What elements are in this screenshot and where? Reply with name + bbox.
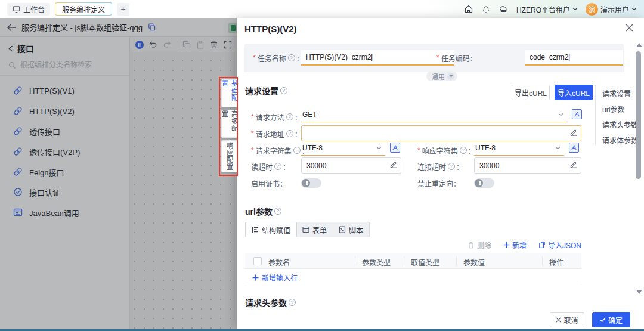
col-value-type: 取值类型 <box>411 257 439 267</box>
chevron-down-icon <box>447 73 454 80</box>
variable-icon[interactable] <box>569 143 579 153</box>
table-icon <box>302 226 309 233</box>
select-all-checkbox[interactable] <box>253 257 262 265</box>
url-params-title: url参数? <box>245 205 283 217</box>
cancel-button[interactable]: 取消 <box>550 312 584 327</box>
request-url-label: *请求地址?： <box>251 129 302 138</box>
help-icon[interactable]: ? <box>448 163 455 170</box>
tab-basic-config[interactable]: 基础配置 <box>221 79 237 107</box>
import-curl-button[interactable]: 导入cURL <box>555 85 593 100</box>
delete-rows-button[interactable]: 删除 <box>467 240 491 250</box>
close-icon <box>556 317 561 323</box>
add-tab-button[interactable]: + <box>117 3 129 16</box>
table-actions: 删除 新增 导入JSON <box>467 240 581 250</box>
request-charset-select[interactable]: UTF-8 <box>301 141 385 156</box>
request-method-select[interactable]: GET <box>301 107 567 122</box>
chevron-down-icon <box>558 113 564 116</box>
background-page: 服务编排定义 - js脚本数组验证-qqg 接口 HTTP(S)(V1) HTT… <box>0 18 237 329</box>
script-icon <box>339 226 346 233</box>
enable-cert-label: 启用证书： <box>251 178 287 188</box>
tab-label: 表单 <box>312 225 327 235</box>
url-params-mode-tabs: 结构赋值 表单 脚本 <box>245 222 370 237</box>
request-url-input[interactable] <box>301 125 581 141</box>
close-icon[interactable] <box>626 24 633 32</box>
help-icon[interactable]: ? <box>280 87 287 94</box>
request-method-label: *请求方法?： <box>251 112 302 122</box>
edit-pencil-icon[interactable] <box>569 161 577 169</box>
help-icon[interactable]: ? <box>289 299 296 306</box>
tab-structure-assign[interactable]: 结构赋值 <box>246 222 296 237</box>
check-icon <box>600 317 606 323</box>
col-param-name: 参数名 <box>268 257 290 267</box>
response-charset-label: *响应字符集?： <box>417 146 475 155</box>
add-row-button[interactable]: 新增 <box>503 240 527 250</box>
tab-script[interactable]: 脚本 <box>333 222 369 237</box>
tenant-switcher[interactable]: HZERO平台租户 <box>516 4 578 14</box>
help-icon[interactable]: ? <box>460 147 467 154</box>
basic-info-panel: *任务名称?： *任务编码： <box>244 44 624 72</box>
header-params-title: 请求头参数? <box>245 296 297 308</box>
col-param-type: 参数类型 <box>362 257 391 267</box>
help-icon[interactable]: ? <box>274 163 281 170</box>
connect-timeout-input[interactable] <box>474 157 581 174</box>
enable-cert-toggle[interactable] <box>301 178 321 188</box>
help-icon[interactable]: ? <box>288 54 295 61</box>
plus-icon <box>252 274 259 281</box>
response-charset-select[interactable]: UTF-8 <box>474 141 564 156</box>
task-code-input[interactable] <box>525 50 623 66</box>
anchor-request-settings[interactable]: 请求设置 <box>602 88 631 98</box>
bell-icon[interactable] <box>481 4 491 14</box>
scrollbar-up-arrow[interactable] <box>636 43 642 47</box>
tenant-name: HZERO平台租户 <box>516 4 570 14</box>
tab-basic-config-label: 基础配置 <box>220 80 239 107</box>
general-label: 通用 <box>432 72 445 81</box>
chevron-down-icon <box>631 7 637 11</box>
help-icon[interactable]: ? <box>293 147 301 154</box>
tab-service-orchestration-label: 服务编排定义 <box>62 4 105 14</box>
confirm-button[interactable]: 确定 <box>592 312 630 327</box>
anchor-header-params[interactable]: 请求头参数 <box>602 119 638 129</box>
anchor-body-params[interactable]: 请求体参数 <box>602 135 638 145</box>
request-charset-value: UTF-8 <box>302 144 323 152</box>
modal-overlay[interactable] <box>0 18 237 329</box>
help-icon[interactable]: ? <box>286 113 293 120</box>
tab-label: 脚本 <box>349 225 363 235</box>
tab-service-orchestration[interactable]: 服务编排定义 <box>55 2 112 16</box>
tab-advanced-config[interactable]: 高级配置 <box>221 110 237 138</box>
variable-icon[interactable] <box>572 109 582 119</box>
structure-icon <box>252 226 259 233</box>
drawer-title: HTTP(S)(V2) <box>244 24 297 34</box>
scrollbar-down-arrow[interactable] <box>636 290 642 294</box>
tab-advanced-config-label: 高级配置 <box>220 110 239 137</box>
edit-pencil-icon[interactable] <box>389 161 397 169</box>
tab-workbench[interactable]: 工作台 <box>7 3 50 16</box>
tab-form[interactable]: 表单 <box>296 222 333 237</box>
import-icon <box>538 242 546 249</box>
add-input-row-button[interactable]: 新增输入行 <box>245 269 581 286</box>
home-icon[interactable] <box>464 4 473 14</box>
variable-icon[interactable] <box>390 143 400 153</box>
help-icon[interactable]: ? <box>274 208 281 215</box>
col-actions: 操作 <box>549 257 564 267</box>
general-collapse-toggle[interactable]: 通用 <box>426 71 457 81</box>
user-menu[interactable]: 演 演示用户 <box>586 3 637 16</box>
read-timeout-input[interactable] <box>301 157 401 174</box>
edit-pencil-icon[interactable] <box>569 129 577 137</box>
help-icon[interactable]: ? <box>286 130 293 137</box>
task-name-input[interactable] <box>301 50 454 66</box>
hat-icon[interactable] <box>499 4 509 14</box>
disable-redirect-toggle[interactable] <box>474 178 494 188</box>
tab-label: 结构赋值 <box>262 225 290 235</box>
avatar: 演 <box>586 3 598 16</box>
read-timeout-label: 读超时?： <box>251 162 290 171</box>
task-name-label: *任务名称?： <box>253 53 304 63</box>
export-curl-button[interactable]: 导出cURL <box>512 85 550 100</box>
tab-workbench-label: 工作台 <box>23 4 45 14</box>
request-settings-title: 请求设置? <box>245 85 289 97</box>
table-header: 参数名 参数类型 取值类型 参数值 操作 <box>245 253 581 269</box>
tab-response-config[interactable]: 响应配置 <box>221 140 237 172</box>
anchor-url-params[interactable]: url参数 <box>602 104 624 114</box>
user-name: 演示用户 <box>600 4 629 14</box>
import-json-button[interactable]: 导入JSON <box>538 240 581 250</box>
scrollbar-thumb[interactable] <box>636 51 641 179</box>
